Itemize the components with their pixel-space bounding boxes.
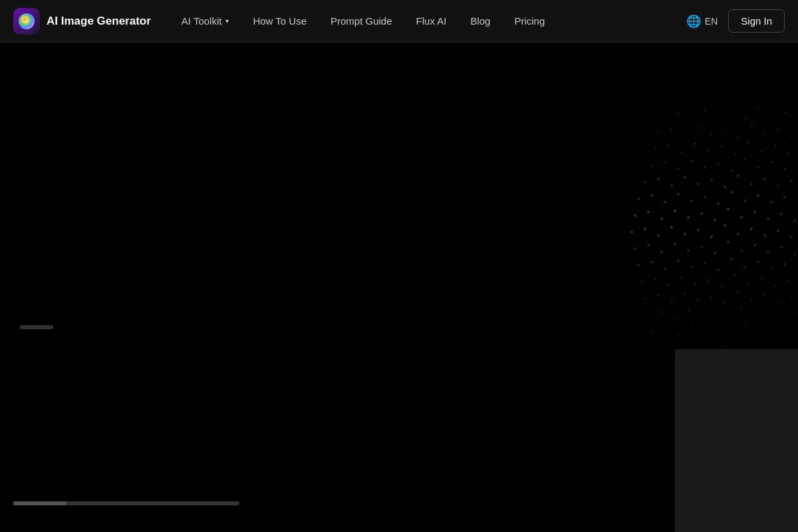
nav-link-prompt-guide[interactable]: Prompt Guide — [320, 10, 403, 32]
svg-point-101 — [700, 245, 703, 248]
svg-point-88 — [697, 229, 700, 231]
svg-point-40 — [718, 163, 720, 165]
svg-point-164 — [744, 325, 745, 326]
svg-point-154 — [767, 311, 769, 313]
svg-point-125 — [694, 283, 696, 285]
svg-point-109 — [637, 264, 640, 267]
svg-point-23 — [791, 136, 792, 138]
svg-point-38 — [691, 160, 693, 162]
svg-point-152 — [741, 308, 742, 309]
svg-point-27 — [694, 143, 696, 145]
svg-point-108 — [793, 253, 796, 255]
svg-point-104 — [740, 249, 743, 252]
svg-point-62 — [690, 200, 693, 202]
svg-point-126 — [708, 279, 710, 281]
svg-point-165 — [757, 333, 759, 334]
nav-link-how-to-use[interactable]: How To Use — [242, 10, 317, 32]
nav-link-pricing[interactable]: Pricing — [503, 10, 555, 32]
scrollbar-thumb[interactable] — [13, 501, 66, 505]
nav-link-blog[interactable]: Blog — [460, 10, 501, 32]
svg-point-146 — [661, 311, 662, 313]
nav-link-flux-ai[interactable]: Flux AI — [406, 10, 458, 32]
svg-point-85 — [657, 234, 660, 237]
svg-point-163 — [731, 336, 732, 337]
svg-point-24 — [654, 148, 656, 150]
svg-point-66 — [743, 200, 746, 202]
svg-point-61 — [677, 193, 680, 196]
svg-point-76 — [714, 219, 716, 221]
svg-point-130 — [761, 278, 763, 280]
svg-point-45 — [784, 168, 786, 170]
svg-point-99 — [674, 243, 676, 245]
main-content — [0, 43, 798, 532]
svg-point-143 — [777, 301, 779, 303]
svg-point-41 — [731, 170, 733, 172]
svg-point-83 — [630, 231, 633, 233]
svg-point-160 — [691, 327, 692, 328]
svg-point-3 — [664, 115, 666, 116]
svg-point-158 — [664, 328, 666, 329]
svg-point-49 — [684, 176, 686, 179]
svg-point-7 — [718, 122, 719, 123]
svg-point-42 — [744, 158, 746, 160]
svg-point-136 — [684, 293, 686, 295]
svg-point-39 — [704, 167, 706, 169]
bottom-right-panel — [675, 349, 798, 532]
svg-point-28 — [708, 150, 710, 152]
svg-point-156 — [794, 313, 795, 315]
svg-point-105 — [753, 244, 756, 247]
svg-point-120 — [783, 263, 786, 265]
svg-point-6 — [704, 110, 706, 111]
svg-point-172 — [694, 343, 696, 344]
svg-point-79 — [753, 211, 756, 213]
svg-point-176 — [747, 341, 749, 342]
svg-point-44 — [771, 162, 773, 164]
svg-point-167 — [784, 334, 785, 336]
svg-point-150 — [714, 313, 716, 314]
svg-point-64 — [717, 202, 720, 205]
svg-point-93 — [763, 234, 766, 237]
svg-point-97 — [647, 244, 650, 247]
svg-point-161 — [704, 333, 706, 334]
svg-point-35 — [651, 165, 653, 167]
svg-point-118 — [757, 261, 759, 263]
svg-point-51 — [710, 179, 713, 182]
svg-point-43 — [757, 167, 759, 169]
svg-point-119 — [770, 267, 773, 270]
svg-point-19 — [737, 136, 739, 138]
svg-point-151 — [728, 319, 729, 321]
svg-point-84 — [644, 227, 646, 230]
scrollbar[interactable] — [13, 501, 239, 505]
app-name: AI Image Generator — [47, 15, 151, 28]
svg-point-15 — [684, 135, 686, 136]
svg-point-60 — [664, 201, 666, 203]
svg-point-59 — [650, 194, 653, 197]
svg-point-107 — [780, 246, 783, 249]
svg-point-117 — [743, 266, 746, 269]
svg-point-57 — [790, 180, 793, 182]
svg-point-96 — [634, 247, 636, 250]
svg-point-69 — [783, 196, 786, 199]
nav-link-ai-toolkit[interactable]: AI Toolkit ▾ — [171, 10, 240, 32]
svg-point-9 — [744, 118, 745, 120]
svg-point-30 — [734, 154, 736, 156]
svg-point-139 — [724, 303, 726, 305]
svg-point-142 — [764, 295, 766, 297]
svg-point-110 — [650, 261, 653, 263]
sign-in-button[interactable]: Sign In — [728, 9, 785, 33]
svg-point-54 — [750, 183, 753, 186]
svg-point-95 — [790, 236, 793, 239]
logo-area[interactable]: AI Image Generator — [13, 8, 151, 35]
svg-point-5 — [691, 118, 692, 120]
svg-point-138 — [711, 296, 713, 298]
svg-point-106 — [767, 251, 769, 253]
left-dash-decoration — [20, 325, 53, 329]
svg-point-157 — [651, 331, 652, 332]
language-selector[interactable]: 🌐 EN — [686, 14, 718, 29]
svg-point-155 — [781, 318, 782, 319]
svg-point-29 — [721, 146, 723, 148]
chevron-down-icon: ▾ — [225, 17, 229, 25]
svg-point-10 — [757, 108, 759, 110]
svg-point-124 — [681, 277, 683, 279]
svg-point-68 — [770, 201, 773, 203]
